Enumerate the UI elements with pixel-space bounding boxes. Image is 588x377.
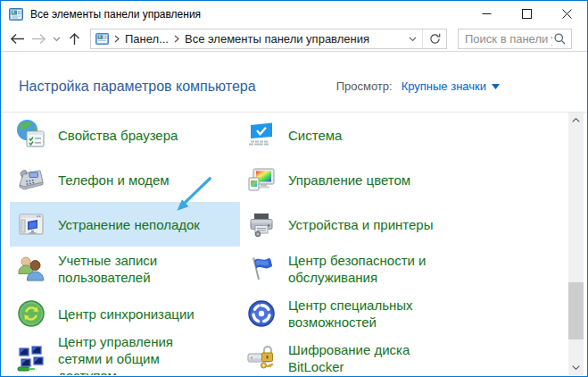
- scroll-up-button[interactable]: [568, 113, 584, 128]
- security-maintenance-icon: [245, 253, 277, 285]
- maximize-button[interactable]: [507, 1, 547, 27]
- breadcrumb-current[interactable]: Все элементы панели управления: [185, 32, 369, 46]
- phone-modem-icon: [15, 163, 47, 196]
- devices-printers-icon: [245, 208, 277, 240]
- up-arrow-icon: [69, 32, 80, 46]
- view-control: Просмотр: Крупные значки: [336, 80, 500, 93]
- breadcrumb-root[interactable]: Панел...: [125, 32, 169, 46]
- network-sharing-icon: [15, 342, 47, 374]
- color-management-icon: [245, 163, 277, 196]
- recent-pages-button[interactable]: [49, 29, 63, 50]
- forward-button[interactable]: [28, 29, 49, 50]
- control-panel-item[interactable]: Шифрование диска BitLocker: [240, 336, 566, 375]
- minimize-icon: [482, 9, 492, 19]
- item-label: Центр безопасности и обслуживания: [288, 252, 451, 286]
- ease-of-access-icon: [245, 297, 277, 330]
- control-panel-item[interactable]: Свойства браузера: [10, 113, 240, 157]
- control-panel-item[interactable]: Управление цветом: [240, 157, 566, 202]
- items-area: Свойства браузера Система Телефон и моде…: [1, 112, 587, 375]
- control-panel-icon: [95, 33, 109, 45]
- minimize-button[interactable]: [467, 1, 507, 27]
- forward-arrow-icon: [31, 33, 46, 45]
- refresh-icon: [429, 33, 441, 45]
- item-label: Центр управления сетями и общим доступом: [58, 333, 220, 376]
- troubleshooting-icon: [15, 208, 47, 240]
- item-label: Устранение неполадок: [58, 216, 200, 233]
- titlebar: Все элементы панели управления: [1, 1, 587, 27]
- item-label: Управление цветом: [288, 172, 410, 188]
- control-panel-item[interactable]: Система: [240, 113, 566, 157]
- page-title: Настройка параметров компьютера: [19, 79, 336, 95]
- chevron-down-icon: [409, 37, 417, 42]
- control-panel-item[interactable]: Центр безопасности и обслуживания: [240, 247, 566, 291]
- caption-buttons: [467, 1, 587, 27]
- back-arrow-icon: [10, 33, 25, 45]
- maximize-icon: [522, 9, 532, 19]
- control-panel-item[interactable]: Устройства и принтеры: [240, 202, 566, 247]
- control-panel-icon: [9, 8, 23, 21]
- address-bar[interactable]: Панел... Все элементы панели управления: [90, 29, 447, 49]
- window-title: Все элементы панели управления: [30, 8, 467, 21]
- browser-properties-icon: [15, 119, 47, 151]
- item-label: Учетные записи пользователей: [58, 252, 220, 286]
- search-input[interactable]: [459, 32, 552, 46]
- up-button[interactable]: [63, 29, 85, 50]
- control-panel-item[interactable]: Учетные записи пользователей: [10, 247, 240, 291]
- search-icon: [554, 33, 566, 45]
- item-label: Система: [288, 127, 342, 144]
- control-panel-item[interactable]: Центр управления сетями и общим доступом: [10, 336, 240, 375]
- control-panel-item[interactable]: Телефон и модем: [10, 157, 240, 202]
- control-panel-item[interactable]: Центр специальных возможностей: [240, 291, 566, 336]
- refresh-button[interactable]: [422, 29, 446, 48]
- sync-center-icon: [15, 297, 47, 330]
- item-label: Свойства браузера: [58, 127, 178, 144]
- close-button[interactable]: [547, 1, 587, 27]
- chevron-down-icon: [53, 37, 61, 42]
- view-label: Просмотр:: [336, 80, 393, 93]
- item-label: Телефон и модем: [58, 172, 170, 188]
- system-icon: [245, 119, 277, 151]
- back-button[interactable]: [6, 29, 28, 50]
- scrollbar-track[interactable]: [568, 128, 584, 360]
- breadcrumb-chevron-icon: [114, 35, 120, 43]
- dropdown-triangle-icon: [492, 84, 500, 89]
- items-grid: Свойства браузера Система Телефон и моде…: [10, 113, 566, 375]
- bitlocker-icon: [245, 342, 277, 374]
- view-value: Крупные значки: [402, 80, 486, 93]
- chevron-down-icon: [572, 365, 580, 370]
- scrollbar-thumb[interactable]: [568, 282, 584, 339]
- control-panel-item[interactable]: Устранение неполадок: [10, 202, 240, 247]
- page-header: Настройка параметров компьютера Просмотр…: [1, 52, 587, 112]
- control-panel-window: Все элементы панели управления: [0, 0, 588, 377]
- close-icon: [562, 9, 572, 19]
- chevron-up-icon: [572, 118, 580, 122]
- item-label: Устройства и принтеры: [288, 216, 433, 233]
- view-selector[interactable]: Крупные значки: [402, 80, 500, 93]
- breadcrumb-chevron-icon: [174, 35, 179, 43]
- scroll-down-button[interactable]: [568, 360, 584, 375]
- item-label: Центр синхронизации: [58, 306, 195, 323]
- item-label: Шифрование диска BitLocker: [288, 341, 451, 375]
- navbar: Панел... Все элементы панели управления: [1, 27, 587, 52]
- search-box: [458, 29, 572, 49]
- item-label: Центр специальных возможностей: [288, 297, 451, 331]
- control-panel-item[interactable]: Центр синхронизации: [10, 291, 240, 336]
- user-accounts-icon: [15, 253, 47, 285]
- address-dropdown-button[interactable]: [409, 37, 417, 42]
- scrollbar[interactable]: [568, 113, 584, 375]
